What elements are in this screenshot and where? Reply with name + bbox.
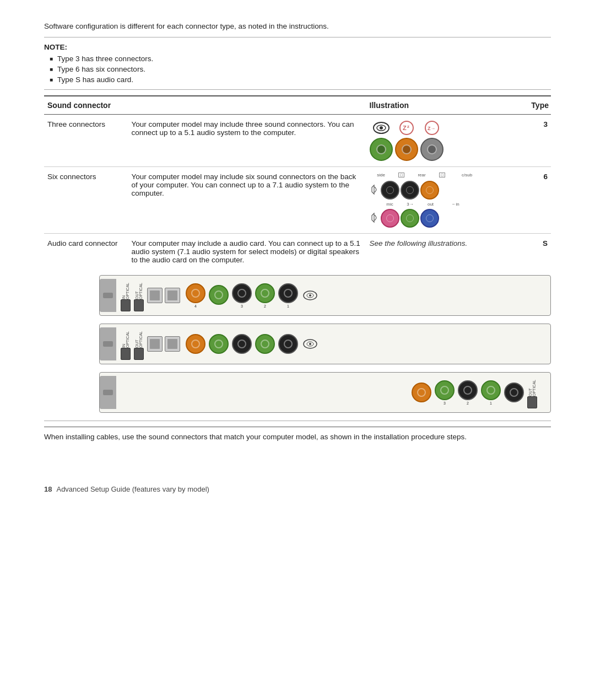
- svg-point-15: [309, 343, 311, 345]
- th-illustration: Illustration: [366, 96, 516, 115]
- optical-out-label: OPTICAL OUT: [135, 279, 143, 299]
- connector-name-audio: Audio card connector: [44, 234, 128, 270]
- card-circle-group-17: [504, 383, 524, 402]
- six-row-bottom: [370, 209, 513, 228]
- card-circle-black-3: [232, 334, 252, 354]
- conn-sm-orange-1: [420, 181, 439, 200]
- svg-text:z: z: [407, 124, 409, 129]
- connector-table: Sound connector Illustration Type Three …: [44, 95, 551, 270]
- headphone-icon: [371, 120, 392, 137]
- six-speaker-icon-2: [370, 212, 378, 225]
- svg-point-2: [380, 126, 383, 130]
- conn-headphone: [370, 120, 393, 161]
- conn-sm-pink: [381, 209, 399, 228]
- midi-port-1: [147, 288, 163, 303]
- optical-out-label-2: OPTICAL OUT: [135, 328, 143, 348]
- audio-card-illustrations: OPTICAL IN OPTICAL OUT 4: [99, 275, 551, 413]
- optical-in-port-2: [121, 348, 131, 360]
- optical-out-group: OPTICAL OUT: [134, 279, 144, 311]
- bracket-1: [100, 279, 116, 312]
- bracket-notch-3: [103, 390, 113, 395]
- card-circle-green-2: [255, 283, 275, 303]
- card-circle-green-3: [209, 334, 229, 354]
- conn-circle-green-1: [370, 138, 393, 161]
- page-label: Advanced Setup Guide (features vary by m…: [56, 485, 209, 493]
- connector-type-audio: S: [516, 234, 551, 270]
- optical-out-group-3: OPTICAL OUT: [527, 376, 537, 408]
- card-circle-group-12: [301, 338, 319, 350]
- midi-port-2: [165, 288, 180, 303]
- note-item-3: Type S has audio card.: [50, 76, 551, 84]
- th-empty: [128, 96, 366, 115]
- note-item-1: Type 3 has three connectors.: [50, 55, 551, 63]
- top-divider: [44, 37, 551, 37]
- connector-illus-three: Z z Z→: [366, 115, 516, 167]
- midi-port-3: [147, 336, 163, 352]
- table-row: Three connectors Your computer model may…: [44, 115, 551, 167]
- label-box-side: □: [392, 173, 411, 177]
- optical-out-label-3: OPTICAL OUT: [528, 376, 536, 396]
- midi-port-4: [165, 336, 180, 352]
- card-circle-orange-2: [186, 334, 205, 354]
- conn-sm-green-1: [401, 209, 419, 228]
- note-section: NOTE: Type 3 has three connectors. Type …: [44, 43, 551, 84]
- card-circle-black-1: [232, 283, 252, 303]
- card-circle-group-11: [278, 334, 298, 354]
- midi-ports: [147, 288, 180, 303]
- label-box-rear: □: [433, 173, 452, 177]
- connector-name-three: Three connectors: [44, 115, 128, 167]
- intro-text: Software configuration is different for …: [44, 22, 551, 30]
- th-type: Type: [516, 96, 551, 115]
- connector-desc-audio: Your computer may include a audio card. …: [128, 234, 366, 270]
- connector-desc-three: Your computer model may include three so…: [128, 115, 366, 167]
- svg-marker-8: [372, 185, 374, 194]
- bracket-notch-2: [103, 341, 113, 347]
- label-rear: rear: [413, 173, 431, 177]
- card-circle-green-6: [481, 380, 501, 400]
- connector-name-six: Six connectors: [44, 167, 128, 234]
- card-circle-group-4: 2: [255, 283, 275, 308]
- speaker-icon: [301, 289, 319, 301]
- page-footer: 18 Advanced Setup Guide (features vary b…: [44, 485, 551, 493]
- card-circle-group-13: [412, 383, 431, 402]
- six-speaker-icon: [370, 184, 378, 197]
- optical-out-port: [134, 299, 144, 311]
- six-conn-illustration: side □ rear □ c/sub: [370, 173, 513, 228]
- svg-point-3: [400, 121, 413, 134]
- card-connectors-1: OPTICAL IN OPTICAL OUT 4: [121, 279, 544, 311]
- card-circle-group-5: 1: [278, 283, 298, 308]
- bracket-notch-1: [103, 293, 113, 298]
- optical-in-group: OPTICAL IN: [121, 279, 131, 311]
- label-mic: mic: [381, 202, 399, 207]
- page-number: 18: [44, 485, 52, 493]
- card-circles-row-1: 4 3 2 1: [186, 283, 319, 308]
- label-side: side: [372, 173, 391, 177]
- sleep-icon: Z z: [396, 120, 417, 137]
- note-label: NOTE:: [44, 43, 551, 51]
- card-circle-group-15: 2: [458, 380, 478, 405]
- card-circle-green-4: [255, 334, 275, 354]
- connector-illus-six: side □ rear □ c/sub: [366, 167, 516, 234]
- svg-point-12: [309, 294, 311, 297]
- audio-card-3: 3 2 1 OPTICAL OUT: [99, 372, 551, 413]
- conn-z-arrow: Z→: [420, 120, 443, 161]
- connector-illus-audio: See the following illustrations.: [366, 234, 516, 270]
- table-row: Six connectors Your computer model may i…: [44, 167, 551, 234]
- note-item-2: Type 6 has six connectors.: [50, 65, 551, 73]
- label-arrow-out: 3→: [401, 202, 420, 207]
- conn-sleep: Z z: [395, 120, 418, 161]
- card-connectors-2: OPTICAL IN OPTICAL OUT: [121, 328, 544, 360]
- optical-in-label: OPTICAL IN: [122, 279, 129, 299]
- card-circle-green-5: [435, 380, 455, 400]
- audio-card-2: OPTICAL IN OPTICAL OUT: [99, 324, 551, 364]
- connector-desc-six: Your computer model may include six soun…: [128, 167, 366, 234]
- conn-circle-orange-1: [395, 138, 418, 161]
- optical-in-group-2: OPTICAL IN: [121, 328, 131, 360]
- card-connectors-3: 3 2 1 OPTICAL OUT: [121, 376, 544, 408]
- card-circle-group-10: [255, 334, 275, 354]
- connector-type-three: 3: [516, 115, 551, 167]
- card-circle-group-16: 1: [481, 380, 501, 405]
- card-circle-group-2: [209, 285, 229, 306]
- svg-text:Z→: Z→: [428, 126, 436, 131]
- card-circle-group-9: [232, 334, 252, 354]
